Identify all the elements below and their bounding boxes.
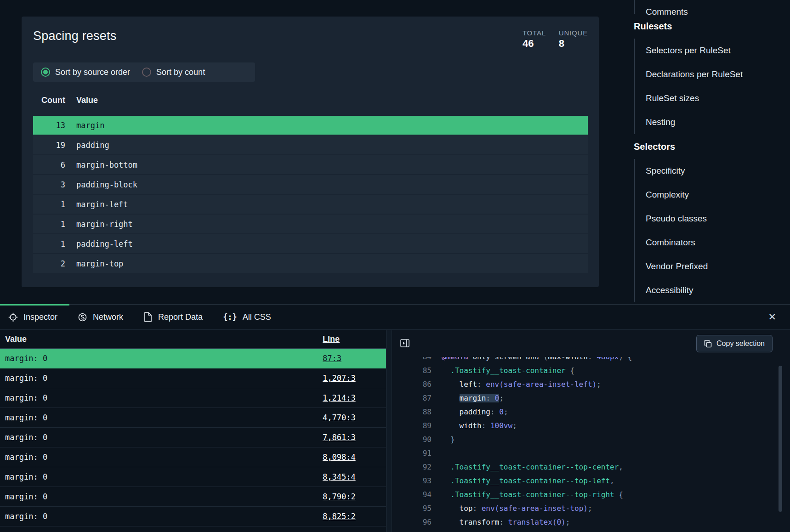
spacing-table-row[interactable]: 3padding-block [33,175,588,194]
declarations-table: Value Line margin: 087:3margin: 01,207:3… [0,330,386,532]
declaration-row[interactable]: margin: 07,861:3 [0,428,386,447]
declaration-row[interactable]: margin: 04,770:3 [0,408,386,428]
line-link[interactable]: 8,345:4 [323,472,386,481]
line-link[interactable]: 8,098:4 [323,453,386,462]
sidebar-item-combinators[interactable]: Combinators [646,231,790,255]
spacing-table-row[interactable]: 2margin-top [33,254,588,273]
spacing-table-row[interactable]: 19padding [33,136,588,154]
declaration-row[interactable]: margin: 01,214:3 [0,388,386,408]
declaration-row[interactable]: margin: 087:3 [0,349,386,368]
line-number: 95 [392,502,432,515]
spacing-table: Count Value 13margin19padding6margin-bot… [33,96,588,274]
code-text: .Toastify__toast-container--top-right { [442,488,623,502]
tab-label: Inspector [23,312,57,322]
tab-label: All CSS [243,312,271,322]
card-title: Spacing resets [33,29,116,43]
sort-option-label: Sort by source order [55,68,130,77]
code-text: width: 100vw; [442,419,517,433]
spacing-row-value: margin-left [76,200,128,209]
tab-network[interactable]: Network [69,305,135,329]
line-link[interactable]: 1,214:3 [323,393,386,402]
spacing-row-value: margin-top [76,259,123,268]
spacing-row-count: 6 [33,160,65,170]
tab-inspector[interactable]: Inspector [0,305,69,329]
line-link[interactable]: 4,770:3 [323,413,386,422]
card-header: Spacing resets TOTAL 46 UNIQUE 8 [22,17,599,50]
line-column-header[interactable]: Line [323,334,386,344]
sidebar-sections: RulesetsSelectors per RuleSetDeclaration… [634,20,790,302]
declaration-row[interactable]: margin: 01,207:3 [0,368,386,388]
panel-toggle-button[interactable] [398,337,411,350]
stat-total: TOTAL 46 [523,29,546,50]
sort-by-count-radio[interactable]: Sort by count [142,68,205,77]
stat-unique: UNIQUE 8 [559,29,588,50]
spacing-table-header: Count Value [33,96,588,116]
sidebar-item-pseudo-classes[interactable]: Pseudo classes [646,207,790,231]
line-link[interactable]: 8,825:2 [323,512,386,521]
line-link[interactable]: 87:3 [323,354,386,363]
stat-unique-value: 8 [559,38,588,50]
spacing-table-rows: 13margin19padding6margin-bottom3padding-… [33,116,588,273]
sidebar-item-vendor-prefixed[interactable]: Vendor Prefixed [646,255,790,278]
code-text: @media only screen and (max-width: 480px… [442,357,632,364]
spacing-row-count: 1 [33,239,65,249]
spacing-row-count: 13 [33,121,65,130]
code-text: padding: 0; [442,405,508,419]
spacing-table-row[interactable]: 1margin-left [33,195,588,214]
line-link[interactable]: 8,790:2 [323,492,386,501]
sidebar-item-nesting[interactable]: Nesting [646,110,790,134]
close-panel-button[interactable]: ✕ [766,310,778,324]
declaration-row[interactable]: margin: 08,098:4 [0,447,386,467]
line-number: 92 [392,460,432,474]
spacing-table-row[interactable]: 6margin-bottom [33,155,588,174]
sidebar-heading-rulesets: Rulesets [634,20,790,32]
code-scroll-area[interactable]: 84@media only screen and (max-width: 480… [392,357,790,532]
line-number: 91 [392,447,432,460]
spacing-row-value: margin [76,121,104,130]
line-number: 96 [392,515,432,529]
declaration-row[interactable]: margin: 08,790:2 [0,487,386,507]
code-line: 94 .Toastify__toast-container--top-right… [392,488,790,502]
braces-icon: {:} [223,312,237,322]
tab-all-css[interactable]: {:}All CSS [215,305,283,329]
copy-selection-button[interactable]: Copy selection [696,335,773,352]
value-column-header: Value [76,96,98,105]
spacing-table-row[interactable]: 1margin-right [33,215,588,233]
sidebar-item-specificity[interactable]: Specificity [646,159,790,183]
line-link[interactable]: 7,861:3 [323,433,386,442]
spacing-row-count: 1 [33,200,65,209]
tab-report-data[interactable]: Report Data [135,305,215,329]
code-scrollbar-thumb[interactable] [779,366,782,512]
spacing-row-value: padding-left [76,239,133,249]
radio-checked-icon [41,68,50,77]
sidebar-item-complexity[interactable]: Complexity [646,183,790,207]
panel-resize-divider[interactable] [386,330,392,532]
code-line: 87 margin: 0; [392,391,790,405]
spacing-row-count: 2 [33,259,65,268]
sidebar-heading-selectors: Selectors [634,141,790,153]
copy-icon [704,340,712,348]
declaration-value: margin: 0 [0,354,323,363]
tab-label: Network [93,312,123,322]
code-line: 85 .Toastify__toast-container { [392,364,790,378]
code-lines: 84@media only screen and (max-width: 480… [392,357,790,529]
sidebar-item-selectors-per-ruleset[interactable]: Selectors per RuleSet [646,39,790,62]
declarations-table-header: Value Line [0,330,386,349]
sort-by-source-order-radio[interactable]: Sort by source order [41,68,130,77]
declaration-row[interactable]: margin: 08,825:2 [0,507,386,526]
sidebar-item-declarations-per-ruleset[interactable]: Declarations per RuleSet [646,62,790,86]
declaration-value: margin: 0 [0,374,323,383]
code-line: 89 width: 100vw; [392,419,790,433]
declaration-row[interactable]: margin: 08,345:4 [0,467,386,487]
spacing-table-row[interactable]: 13margin [33,116,588,135]
sidebar-item-accessibility[interactable]: Accessibility [646,278,790,302]
panel-tabs: InspectorNetworkReport Data{:}All CSS [0,305,283,329]
value-column-header: Value [0,334,323,344]
code-line: 90 } [392,433,790,447]
spacing-table-row[interactable]: 1padding-left [33,234,588,253]
code-line: 93 .Toastify__toast-container--top-left, [392,474,790,488]
spacing-row-count: 3 [33,180,65,189]
line-link[interactable]: 1,207:3 [323,374,386,383]
inspector-panel: InspectorNetworkReport Data{:}All CSS ✕ … [0,304,790,532]
sidebar-item-ruleset-sizes[interactable]: RuleSet sizes [646,86,790,110]
